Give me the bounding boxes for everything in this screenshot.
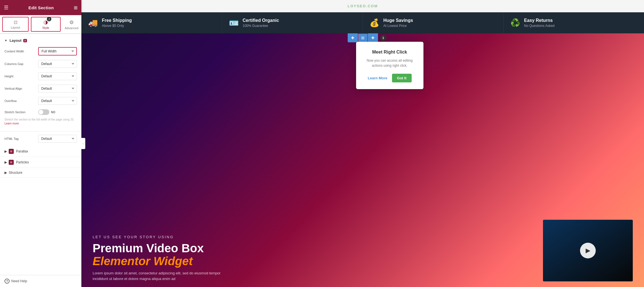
- feature-organic: 🪪 Certified Organic 100% Guarantee: [222, 12, 363, 33]
- learn-more-button[interactable]: Learn More: [368, 76, 387, 80]
- parallax-icon: ⊞: [9, 149, 14, 154]
- savings-subtitle: At Lowest Price: [383, 24, 413, 28]
- help-icon: ?: [4, 279, 10, 284]
- top-bar: LOYSEO.COM: [81, 0, 644, 12]
- stretch-section-label: Stretch Section: [4, 110, 35, 114]
- organic-text: Certified Organic 100% Guarantee: [243, 18, 279, 28]
- panel-tabs: ⊡ Layout ◑ Style 2 ⚙ Advanced: [0, 15, 81, 34]
- stretch-toggle-label: NO: [51, 111, 55, 114]
- site-name: LOYSEO.COM: [347, 4, 378, 8]
- tab-layout[interactable]: ⊡ Layout: [2, 17, 29, 32]
- parallax-section[interactable]: ▶ ⊞ Parallax: [0, 146, 81, 157]
- tab-badge: 2: [47, 17, 51, 21]
- height-select[interactable]: Default Fit To Screen Min Height: [38, 72, 77, 80]
- content-width-select[interactable]: Full Width Boxed: [38, 47, 77, 55]
- layout-tab-label: Layout: [11, 26, 20, 29]
- hero-section: ✚ ⊞ ✚ 1 Meet Right Click Now you can acc…: [81, 33, 644, 287]
- left-panel: ☰ Edit Section ⊞ ⊡ Layout ◑ Style 2 ⚙ Ad…: [0, 0, 81, 287]
- structure-label: Structure: [9, 171, 22, 175]
- savings-text: Huge Savings At Lowest Price: [383, 18, 413, 28]
- columns-gap-row: Columns Gap Default No Gap Narrow: [0, 58, 81, 70]
- vertical-align-select[interactable]: Default Top Middle Bottom: [38, 85, 77, 92]
- popup-actions: Learn More Got It: [365, 74, 415, 82]
- menu-icon[interactable]: ☰: [4, 4, 8, 11]
- hero-h1: Premium Video Box Elementor Widget: [93, 242, 233, 268]
- panel-title: Edit Section: [28, 5, 54, 10]
- height-row: Height Default Fit To Screen Min Height: [0, 70, 81, 82]
- layout-tab-icon: ⊡: [14, 20, 17, 25]
- advanced-tab-icon: ⚙: [69, 19, 74, 26]
- tab-advanced[interactable]: ⚙ Advanced: [62, 15, 81, 34]
- overflow-label: Overflow: [4, 99, 35, 103]
- features-strip: 🚚 Free Shipping Above $5 Only 🪪 Certifie…: [81, 12, 644, 33]
- panel-body: ▼ Layout 3 Content Width Full Width Boxe…: [0, 34, 81, 275]
- toolbar-right-btn[interactable]: ✚: [368, 33, 378, 42]
- organic-icon: 🪪: [229, 18, 239, 27]
- badge-one: 1: [380, 35, 386, 41]
- grid-icon[interactable]: ⊞: [74, 5, 77, 10]
- html-tag-control: Default div header footer section: [38, 135, 77, 143]
- vertical-align-control: Default Top Middle Bottom: [38, 85, 77, 92]
- stretch-toggle-wrap: NO: [38, 109, 55, 115]
- height-control: Default Fit To Screen Min Height: [38, 72, 77, 80]
- content-width-control: Full Width Boxed: [38, 47, 77, 55]
- particles-section[interactable]: ▶ ⊞ Particles: [0, 157, 81, 168]
- returns-icon: ♻️: [510, 18, 520, 27]
- stretch-section-control: NO: [38, 109, 77, 115]
- popup-title: Meet Right Click: [365, 50, 415, 55]
- structure-section[interactable]: ▶ Structure: [0, 168, 81, 178]
- toolbar-grid-btn[interactable]: ⊞: [358, 33, 368, 42]
- columns-gap-label: Columns Gap: [4, 62, 35, 66]
- particles-label: Particles: [16, 160, 29, 164]
- shipping-subtitle: Above $5 Only: [102, 24, 132, 28]
- got-it-button[interactable]: Got It: [392, 74, 412, 82]
- layout-group-title: Layout: [10, 38, 22, 43]
- collapse-handle[interactable]: ‹: [81, 138, 85, 149]
- shipping-text: Free Shipping Above $5 Only: [102, 18, 132, 28]
- stretch-toggle[interactable]: [38, 109, 49, 115]
- section-toolbar: ✚ ⊞ ✚ 1: [348, 33, 378, 42]
- returns-title: Easy Returns: [524, 18, 555, 23]
- shipping-title: Free Shipping: [102, 18, 132, 23]
- hero-h1-line1: Premium Video Box: [93, 242, 204, 255]
- feature-savings: 💰 Huge Savings At Lowest Price: [363, 12, 504, 33]
- layout-group-header[interactable]: ▼ Layout 3: [0, 37, 81, 45]
- parallax-label: Parallax: [16, 149, 28, 153]
- returns-subtitle: No Questions Asked: [524, 24, 555, 28]
- structure-arrow: ▶: [4, 171, 7, 175]
- panel-header: ☰ Edit Section ⊞: [0, 0, 81, 15]
- vertical-align-label: Vertical Align: [4, 87, 35, 90]
- layout-arrow-icon: ▼: [4, 39, 7, 42]
- hint-text-content: Stretch the section to the full width of…: [4, 118, 74, 121]
- particles-icon: ⊞: [9, 160, 14, 165]
- right-click-popup: Meet Right Click Now you can access all …: [356, 42, 423, 89]
- need-help-label: Need Help: [11, 279, 27, 283]
- panel-footer[interactable]: ? Need Help: [0, 275, 81, 287]
- overflow-row: Overflow Default Hidden: [0, 95, 81, 107]
- vertical-align-row: Vertical Align Default Top Middle Bottom: [0, 82, 81, 95]
- html-tag-label: HTML Tag: [4, 137, 35, 140]
- height-label: Height: [4, 75, 35, 78]
- main-content: LOYSEO.COM 🚚 Free Shipping Above $5 Only…: [81, 0, 644, 287]
- tab-style[interactable]: ◑ Style 2: [31, 17, 61, 32]
- hero-eyebrow: LET US SEE YOUR STORY USING: [93, 235, 233, 239]
- feature-shipping: 🚚 Free Shipping Above $5 Only: [81, 12, 222, 33]
- content-width-row: Content Width Full Width Boxed: [0, 45, 81, 58]
- hero-text: LET US SEE YOUR STORY USING Premium Vide…: [93, 235, 233, 281]
- video-thumbnail[interactable]: ▶: [543, 220, 633, 281]
- html-tag-select[interactable]: Default div header footer section: [38, 135, 77, 143]
- columns-gap-select[interactable]: Default No Gap Narrow: [38, 60, 77, 68]
- feature-returns: ♻️ Easy Returns No Questions Asked: [504, 12, 644, 33]
- shipping-icon: 🚚: [88, 18, 98, 27]
- toolbar-move-btn[interactable]: ✚: [348, 33, 358, 42]
- html-tag-row: HTML Tag Default div header footer secti…: [0, 131, 81, 146]
- returns-text: Easy Returns No Questions Asked: [524, 18, 555, 28]
- hint-learn-link[interactable]: Learn more.: [4, 122, 20, 125]
- advanced-tab-label: Advanced: [65, 26, 79, 30]
- content-width-label: Content Width: [4, 50, 35, 53]
- overflow-select[interactable]: Default Hidden: [38, 97, 77, 105]
- play-button[interactable]: ▶: [580, 243, 596, 258]
- organic-title: Certified Organic: [243, 18, 279, 23]
- overflow-control: Default Hidden: [38, 97, 77, 105]
- hero-body: Lorem ipsum dolor sit amet, consectetur …: [93, 270, 233, 281]
